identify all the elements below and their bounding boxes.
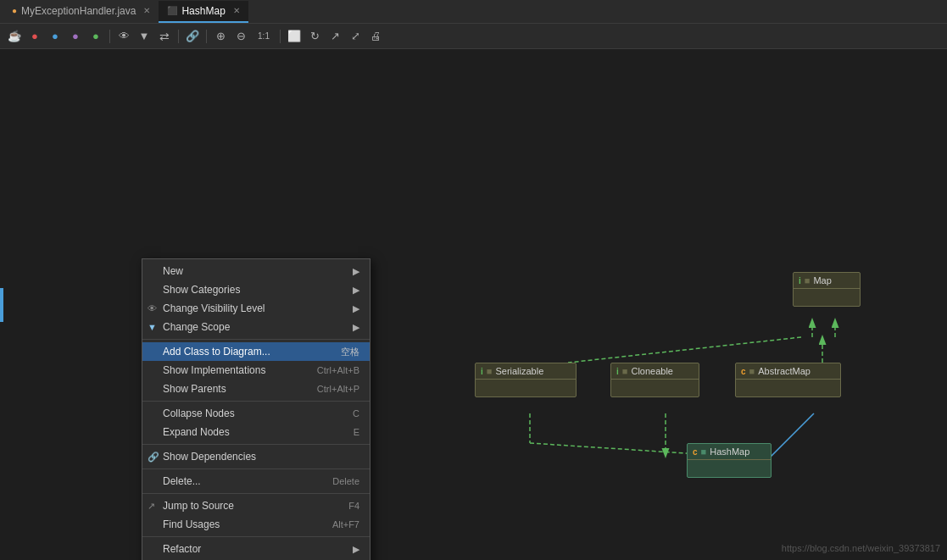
menu-expand-shortcut: E [354, 427, 359, 437]
svg-line-5 [568, 337, 801, 363]
menu-refactor-arrow: ▶ [353, 544, 359, 555]
toolbar-plus-btn[interactable]: ⊕ [211, 27, 230, 46]
toolbar: ☕ ● ● ● ● 👁 ▼ ⇄ 🔗 ⊕ ⊖ 1:1 ⬜ ↻ ↗ ⤢ 🖨 [0, 24, 947, 49]
java-file-icon: ● [12, 6, 17, 15]
toolbar-expand-btn[interactable]: ⤢ [346, 27, 365, 46]
node-serializable-header: i ■ Serializable [476, 363, 576, 380]
node-map-separator: ■ [805, 275, 811, 286]
menu-item-expand-nodes[interactable]: Expand Nodes E [142, 423, 370, 441]
menu-change-scope-arrow: ▶ [353, 322, 359, 333]
node-hashmap[interactable]: c ■ HashMap [687, 443, 772, 478]
menu-find-usages-label: Find Usages [163, 518, 220, 530]
toolbar-refresh-btn[interactable]: ↻ [305, 27, 324, 46]
menu-jump-label: Jump to Source [163, 500, 234, 512]
menu-item-show-implementations[interactable]: Show Implementations Ctrl+Alt+B [142, 361, 370, 380]
menu-item-find-usages[interactable]: Find Usages Alt+F7 [142, 515, 370, 534]
menu-item-new[interactable]: New ▶ [142, 262, 370, 280]
menu-delete-label: Delete... [163, 475, 201, 487]
tab-hashmap-close[interactable]: ✕ [233, 6, 240, 15]
node-hashmap-body [688, 460, 771, 477]
menu-collapse-label: Collapse Nodes [163, 408, 235, 419]
node-map[interactable]: i ■ Map [793, 272, 861, 307]
node-abstractmap-icon-c: c [741, 367, 746, 376]
menu-delete-shortcut: Delete [332, 476, 359, 486]
menu-show-impl-label: Show Implementations [163, 364, 265, 376]
node-map-icon-i: i [799, 276, 801, 286]
tab-java-label: MyExceptionHandler.java [21, 5, 136, 17]
menu-item-change-scope[interactable]: ▼ Change Scope ▶ [142, 318, 370, 336]
node-cloneable-icon-i: i [616, 367, 619, 376]
menu-item-show-categories[interactable]: Show Categories ▶ [142, 280, 370, 299]
toolbar-btn-2[interactable]: ● [25, 27, 44, 46]
tab-java-close[interactable]: ✕ [143, 6, 150, 15]
toolbar-btn-3[interactable]: ● [46, 27, 64, 46]
toolbar-eye-btn[interactable]: 👁 [114, 27, 133, 46]
node-cloneable-separator: ■ [622, 366, 628, 376]
node-cloneable-title: Cloneable [631, 366, 673, 376]
menu-item-refactor[interactable]: Refactor ▶ [142, 540, 370, 558]
menu-item-collapse-nodes[interactable]: Collapse Nodes C [142, 404, 370, 423]
toolbar-minus-btn[interactable]: ⊖ [231, 27, 250, 46]
menu-item-jump-to-source[interactable]: ↗ Jump to Source F4 [142, 496, 370, 515]
menu-sep-5 [142, 493, 370, 494]
jump-icon: ↗ [148, 501, 155, 512]
node-serializable[interactable]: i ■ Serializable [475, 363, 577, 397]
node-serializable-body [476, 380, 576, 396]
node-cloneable-header: i ■ Cloneable [611, 363, 699, 380]
menu-sep-1 [142, 339, 370, 340]
tab-hashmap[interactable]: ⬛ HashMap ✕ [159, 1, 248, 23]
menu-new-arrow: ▶ [353, 266, 359, 277]
eye-icon: 👁 [148, 303, 157, 313]
menu-expand-label: Expand Nodes [163, 426, 230, 438]
toolbar-sep-2 [178, 30, 179, 43]
menu-find-usages-shortcut: Alt+F7 [332, 519, 359, 530]
node-cloneable-body [611, 380, 699, 396]
watermark: https://blog.csdn.net/weixin_39373817 [782, 543, 940, 553]
toolbar-print-btn[interactable]: 🖨 [366, 27, 385, 46]
toolbar-export-btn[interactable]: ↗ [326, 27, 344, 46]
tab-bar: ● MyExceptionHandler.java ✕ ⬛ HashMap ✕ [0, 0, 947, 24]
menu-item-show-dependencies[interactable]: 🔗 Show Dependencies [142, 447, 370, 466]
menu-sep-3 [142, 444, 370, 445]
toolbar-sep-1 [109, 30, 110, 43]
menu-show-parents-label: Show Parents [163, 383, 226, 395]
node-serializable-separator: ■ [487, 366, 493, 376]
toolbar-java-btn[interactable]: ☕ [5, 27, 24, 46]
tab-java[interactable]: ● MyExceptionHandler.java ✕ [3, 1, 159, 23]
menu-change-visibility-arrow: ▶ [353, 303, 359, 314]
toolbar-btn-5[interactable]: ● [86, 27, 105, 46]
toolbar-btn-4[interactable]: ● [66, 27, 85, 46]
node-abstractmap-separator: ■ [749, 366, 755, 376]
menu-add-class-label: Add Class to Diagram... [163, 346, 270, 358]
menu-change-visibility-label: Change Visibility Level [163, 302, 265, 314]
link-icon: 🔗 [148, 452, 159, 463]
canvas-area: New ▶ Show Categories ▶ 👁 Change Visibil… [0, 49, 947, 560]
menu-item-add-class[interactable]: Add Class to Diagram... 空格 [142, 342, 370, 361]
menu-jump-shortcut: F4 [348, 501, 359, 511]
filter-icon: ▼ [148, 322, 157, 332]
node-map-body [794, 289, 860, 306]
menu-item-delete[interactable]: Delete... Delete [142, 472, 370, 491]
node-hashmap-header: c ■ HashMap [688, 444, 771, 460]
node-abstractmap[interactable]: c ■ AbstractMap [735, 363, 841, 397]
toolbar-link-btn[interactable]: 🔗 [183, 27, 202, 46]
node-cloneable[interactable]: i ■ Cloneable [610, 363, 699, 397]
menu-sep-2 [142, 401, 370, 402]
toolbar-filter-btn[interactable]: ▼ [135, 27, 153, 46]
node-serializable-title: Serializable [495, 366, 543, 376]
menu-item-change-visibility[interactable]: 👁 Change Visibility Level ▶ [142, 299, 370, 318]
node-map-header: i ■ Map [794, 273, 860, 289]
menu-refactor-label: Refactor [163, 543, 201, 555]
toolbar-arrows-btn[interactable]: ⇄ [155, 27, 174, 46]
node-abstractmap-body [736, 380, 840, 396]
node-abstractmap-title: AbstractMap [758, 366, 811, 376]
node-abstractmap-header: c ■ AbstractMap [736, 363, 840, 380]
menu-change-scope-label: Change Scope [163, 321, 230, 333]
context-menu: New ▶ Show Categories ▶ 👁 Change Visibil… [142, 258, 370, 560]
menu-show-parents-shortcut: Ctrl+Alt+P [317, 384, 359, 394]
menu-sep-6 [142, 536, 370, 537]
toolbar-frame-btn[interactable]: ⬜ [285, 27, 304, 46]
menu-item-show-parents[interactable]: Show Parents Ctrl+Alt+P [142, 380, 370, 398]
toolbar-ratio-btn[interactable]: 1:1 [252, 27, 276, 46]
node-map-title: Map [813, 275, 831, 286]
